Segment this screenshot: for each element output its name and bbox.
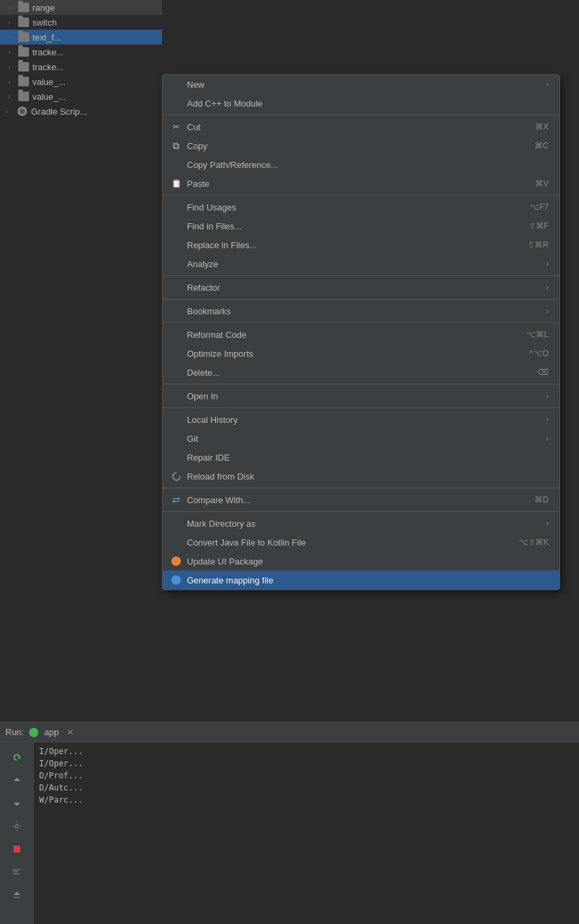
repair-ide-icon	[171, 452, 182, 463]
find-files-icon	[171, 221, 182, 231]
folder-icon-tracker2	[18, 62, 29, 71]
folder-icon-value1	[18, 77, 29, 86]
tree-item-tracker1[interactable]: › tracke...	[0, 45, 162, 59]
menu-item-optimize[interactable]: Optimize Imports ^⌥O	[163, 344, 559, 363]
settings-button[interactable]	[7, 817, 26, 836]
tree-item-value1[interactable]: › value_...	[0, 74, 162, 89]
compare-shortcut: ⌘D	[534, 495, 549, 504]
new-arrow: ›	[546, 80, 549, 89]
menu-item-paste[interactable]: 📋 Paste ⌘V	[163, 174, 559, 193]
menu-item-new[interactable]: New ›	[163, 75, 559, 94]
tree-arrow-range: ›	[8, 4, 16, 11]
menu-item-repair-ide[interactable]: Repair IDE	[163, 448, 559, 467]
paste-icon: 📋	[171, 178, 182, 189]
folder-icon-switch	[18, 18, 29, 27]
tree-label-value2: value_...	[32, 92, 65, 102]
tree-arrow-value1: ›	[8, 78, 16, 86]
optimize-shortcut: ^⌥O	[529, 349, 549, 358]
optimize-icon	[171, 348, 182, 359]
local-history-icon	[171, 414, 182, 425]
menu-item-find-in-files[interactable]: Find in Files... ⇧⌘F	[163, 216, 559, 235]
menu-item-replace-in-files[interactable]: Replace in Files... ⇧⌘R	[163, 235, 559, 254]
menu-item-git[interactable]: Git ›	[163, 429, 559, 448]
tree-item-range[interactable]: › range	[0, 0, 162, 15]
separator-8	[163, 488, 559, 488]
find-usages-icon	[171, 202, 182, 212]
menu-item-add-cpp[interactable]: Add C++ to Module	[163, 94, 559, 113]
mark-directory-arrow: ›	[546, 519, 549, 528]
menu-label-analyze: Analyze	[187, 259, 218, 269]
menu-label-optimize: Optimize Imports	[187, 349, 253, 359]
menu-item-reload[interactable]: Reload from Disk	[163, 467, 559, 486]
run-content: I/Oper... I/Oper... D/Prof... D/Autc... …	[34, 743, 579, 924]
separator-5	[163, 322, 559, 323]
menu-label-reformat: Reformat Code	[187, 330, 246, 340]
menu-label-convert-java: Convert Java File to Kotlin File	[187, 538, 306, 548]
menu-item-delete[interactable]: Delete... ⌫	[163, 363, 559, 382]
separator-1	[163, 115, 559, 115]
add-cpp-icon	[171, 98, 182, 109]
menu-label-git: Git	[187, 434, 198, 444]
restart-button[interactable]	[7, 748, 26, 767]
menu-item-copy[interactable]: ⧉ Copy ⌘C	[163, 136, 559, 155]
menu-item-refactor[interactable]: Refactor ›	[163, 278, 559, 297]
menu-item-generate-mapping[interactable]: Generate mapping file	[163, 571, 559, 589]
menu-label-new: New	[187, 80, 204, 90]
svg-point-1	[20, 109, 25, 114]
menu-item-update-ui[interactable]: Update UI Package	[163, 552, 559, 571]
copy-path-icon	[171, 159, 182, 170]
menu-item-cut[interactable]: ✂ Cut ⌘X	[163, 117, 559, 136]
menu-item-convert-java[interactable]: Convert Java File to Kotlin File ⌥⇧⌘K	[163, 533, 559, 552]
menu-item-analyze[interactable]: Analyze ›	[163, 254, 559, 273]
svg-rect-2	[13, 846, 20, 853]
separator-7	[163, 407, 559, 408]
tree-arrow-text-field: ›	[8, 34, 16, 41]
menu-item-open-in[interactable]: Open In ›	[163, 386, 559, 405]
menu-item-compare[interactable]: ⇄ Compare With... ⌘D	[163, 490, 559, 509]
tree-item-gradle[interactable]: › Gradle Scrip...	[0, 104, 162, 119]
tree-label-text-field: text_f...	[32, 32, 61, 42]
menu-label-open-in: Open In	[187, 391, 218, 401]
tree-arrow-value2: ›	[8, 93, 16, 100]
wrap-output-button[interactable]	[7, 863, 26, 882]
menu-label-compare: Compare With...	[187, 495, 250, 505]
scroll-up-button[interactable]	[7, 771, 26, 790]
run-toolbar	[0, 743, 34, 924]
log-line-4: W/Parc...	[39, 794, 574, 806]
menu-item-bookmarks[interactable]: Bookmarks ›	[163, 301, 559, 320]
run-app-name: app	[44, 727, 59, 737]
log-line-2: D/Prof...	[39, 770, 574, 782]
separator-3	[163, 275, 559, 276]
tree-arrow-gradle: ›	[5, 108, 13, 115]
menu-item-mark-directory[interactable]: Mark Directory as ›	[163, 514, 559, 533]
compare-icon: ⇄	[171, 494, 182, 505]
menu-item-local-history[interactable]: Local History ›	[163, 410, 559, 429]
paste-shortcut: ⌘V	[535, 179, 549, 188]
menu-item-copy-path[interactable]: Copy Path/Reference...	[163, 155, 559, 174]
tree-item-switch[interactable]: › switch	[0, 15, 162, 30]
stop-button[interactable]	[7, 840, 26, 859]
menu-item-find-usages[interactable]: Find Usages ⌥F7	[163, 198, 559, 216]
menu-label-local-history: Local History	[187, 415, 238, 425]
scroll-end-button[interactable]	[7, 886, 26, 904]
tree-label-tracker1: tracke...	[32, 47, 63, 57]
folder-icon-text-field	[18, 32, 29, 42]
menu-label-update-ui: Update UI Package	[187, 556, 263, 567]
log-line-3: D/Autc...	[39, 782, 574, 794]
scroll-down-button[interactable]	[7, 794, 26, 813]
reformat-icon	[171, 329, 182, 340]
tree-item-tracker2[interactable]: › tracke...	[0, 59, 162, 74]
gradle-icon	[17, 106, 28, 117]
menu-item-reformat[interactable]: Reformat Code ⌥⌘L	[163, 325, 559, 344]
open-in-icon	[171, 391, 182, 401]
run-close-button[interactable]: ✕	[67, 728, 74, 737]
menu-label-delete: Delete...	[187, 368, 219, 378]
tree-label-tracker2: tracke...	[32, 62, 63, 72]
tree-item-value2[interactable]: › value_...	[0, 89, 162, 104]
delete-icon	[171, 367, 182, 378]
tree-item-text-field[interactable]: › text_f...	[0, 30, 162, 45]
run-header: Run: app ✕	[0, 722, 579, 743]
replace-files-shortcut: ⇧⌘R	[528, 240, 549, 250]
menu-label-mark-directory: Mark Directory as	[187, 519, 256, 529]
separator-9	[163, 511, 559, 512]
